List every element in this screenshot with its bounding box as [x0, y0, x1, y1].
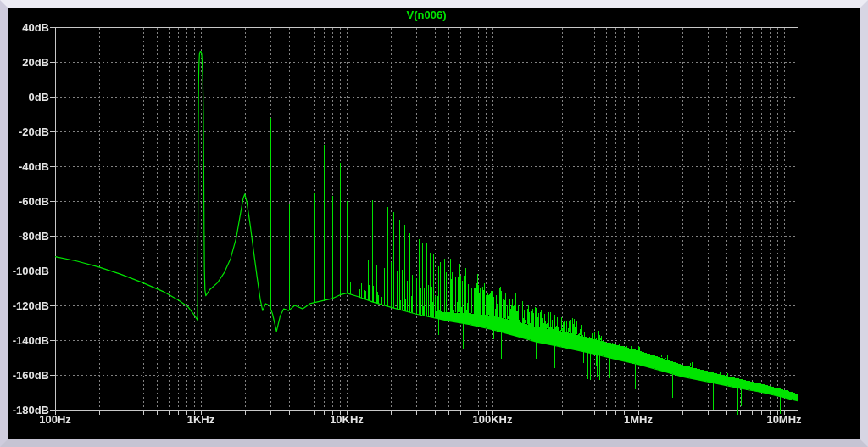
y-axis-label: 40dB [9, 21, 49, 34]
y-axis-label: -80dB [9, 230, 49, 243]
y-axis-label: 20dB [9, 56, 49, 69]
x-axis-label: 1MHz [609, 413, 668, 426]
x-axis-label: 100Hz [25, 413, 85, 426]
fft-plot-canvas[interactable] [0, 0, 868, 447]
y-axis-label: 0dB [9, 91, 49, 103]
y-axis-label: -20dB [9, 126, 49, 138]
y-axis-label: -120dB [9, 299, 49, 312]
x-axis-label: 10MHz [754, 413, 814, 426]
y-axis-label: -60dB [9, 195, 49, 208]
plot-window: V(n006) 40dB20dB0dB-20dB-40dB-60dB-80dB-… [0, 0, 868, 447]
y-axis-label: -100dB [9, 265, 49, 277]
y-axis-label: -160dB [9, 369, 49, 382]
y-axis-label: -140dB [9, 334, 49, 347]
x-axis-label: 1KHz [171, 413, 231, 426]
trace-label[interactable]: V(n006) [55, 8, 798, 21]
y-axis-label: -40dB [9, 160, 49, 173]
x-axis-label: 100KHz [463, 413, 522, 426]
x-axis-label: 10KHz [317, 413, 376, 426]
